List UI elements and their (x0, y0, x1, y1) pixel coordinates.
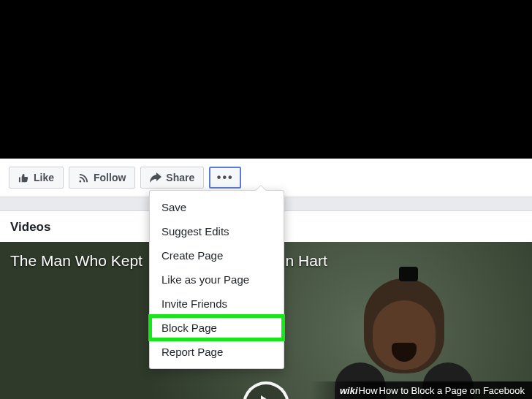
cover-photo (0, 0, 532, 159)
menu-item-suggest-edits[interactable]: Suggest Edits (150, 219, 284, 243)
videos-label: Videos (10, 220, 50, 234)
video-title-right: n Hart (286, 252, 327, 269)
menu-item-report-page[interactable]: Report Page (150, 340, 284, 364)
wikihow-watermark: wikiHow How to Block a Page on Facebook (311, 381, 532, 399)
share-arrow-icon (150, 172, 162, 183)
rss-icon (78, 172, 89, 183)
watermark-title: How to Block a Page on Facebook (379, 385, 525, 396)
more-options-button[interactable]: ••• (209, 167, 241, 189)
menu-item-block-page[interactable]: Block Page (150, 316, 284, 340)
menu-item-like-as-page[interactable]: Like as your Page (150, 267, 284, 292)
thumbs-up-icon (18, 172, 29, 183)
more-options-menu: Save Suggest Edits Create Page Like as y… (149, 190, 284, 369)
watermark-brand-thin: How (359, 385, 378, 396)
menu-item-create-page[interactable]: Create Page (150, 243, 284, 267)
menu-item-save[interactable]: Save (150, 195, 284, 219)
like-button[interactable]: Like (9, 167, 64, 189)
video-person-graphic (327, 249, 503, 399)
follow-button[interactable]: Follow (69, 167, 135, 189)
watermark-brand-bold: wiki (340, 385, 358, 396)
share-label: Share (166, 172, 194, 183)
like-label: Like (34, 172, 54, 183)
video-title-left: The Man Who Kept (10, 252, 142, 269)
menu-item-invite-friends[interactable]: Invite Friends (150, 292, 284, 316)
follow-label: Follow (94, 172, 126, 183)
share-button[interactable]: Share (140, 167, 204, 189)
